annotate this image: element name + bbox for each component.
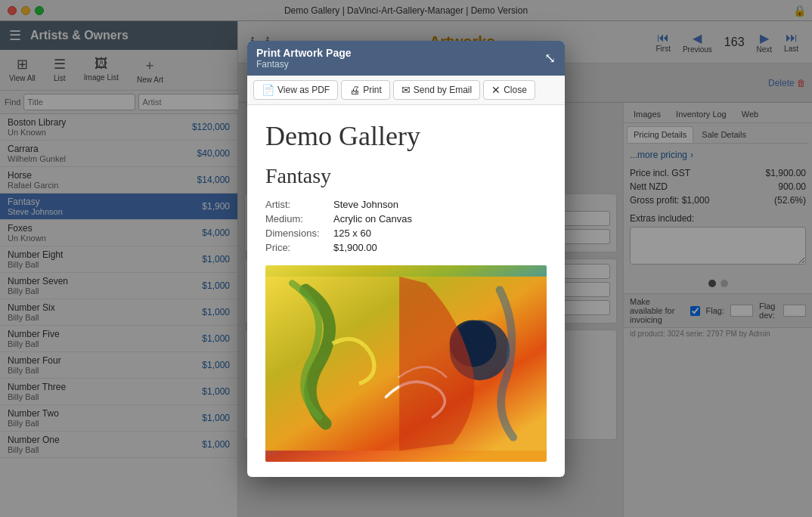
close-icon: ✕: [491, 84, 501, 96]
print-icon: 🖨: [349, 84, 360, 96]
view-pdf-label: View as PDF: [277, 85, 330, 95]
email-icon: ✉: [401, 84, 411, 96]
modal-artwork-title: Fantasy: [265, 164, 547, 188]
print-button[interactable]: 🖨 Print: [341, 80, 390, 100]
view-pdf-button[interactable]: 📄 View as PDF: [253, 80, 338, 100]
modal-toolbar: 📄 View as PDF 🖨 Print ✉ Send by Email ✕ …: [247, 76, 565, 105]
close-label: Close: [504, 85, 527, 95]
modal-dimensions-row: Dimensions: 125 x 60: [265, 228, 547, 239]
modal-dimensions-label: Dimensions:: [265, 228, 333, 239]
modal-details: Artist: Steve Johnson Medium: Acrylic on…: [265, 199, 547, 253]
modal-artist-row: Artist: Steve Johnson: [265, 199, 547, 210]
modal-artwork-image: [265, 265, 547, 462]
modal-gallery-name: Demo Gallery: [265, 120, 547, 152]
modal-expand-button[interactable]: ⤡: [544, 50, 556, 67]
modal-subtitle: Fantasy: [256, 59, 352, 70]
modal-medium-value: Acrylic on Canvas: [333, 213, 412, 224]
modal-price-value: $1,900.00: [333, 242, 377, 253]
modal-body: Demo Gallery Fantasy Artist: Steve Johns…: [247, 105, 565, 477]
modal-dimensions-value: 125 x 60: [333, 228, 371, 239]
modal-artist-label: Artist:: [265, 199, 333, 210]
modal-medium-row: Medium: Acrylic on Canvas: [265, 213, 547, 224]
pdf-icon: 📄: [262, 84, 274, 96]
modal-header-info: Print Artwork Page Fantasy: [256, 47, 352, 70]
modal-medium-label: Medium:: [265, 213, 333, 224]
email-label: Send by Email: [414, 85, 472, 95]
modal-artist-value: Steve Johnson: [333, 199, 398, 210]
modal-overlay[interactable]: Print Artwork Page Fantasy ⤡ 📄 View as P…: [0, 0, 812, 517]
close-modal-button[interactable]: ✕ Close: [483, 80, 535, 100]
print-label: Print: [363, 85, 382, 95]
print-modal: Print Artwork Page Fantasy ⤡ 📄 View as P…: [247, 41, 565, 477]
email-button[interactable]: ✉ Send by Email: [393, 80, 480, 100]
modal-price-row: Price: $1,900.00: [265, 242, 547, 253]
modal-title: Print Artwork Page: [256, 47, 352, 59]
modal-price-label: Price:: [265, 242, 333, 253]
modal-header: Print Artwork Page Fantasy ⤡: [247, 41, 565, 76]
